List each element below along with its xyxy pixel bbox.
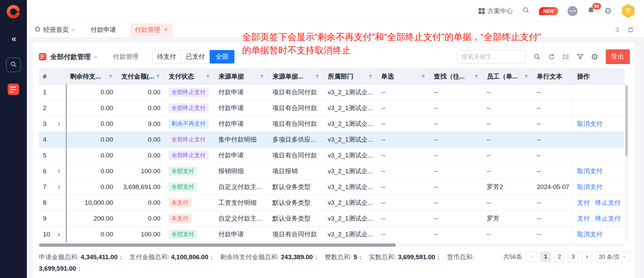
breadcrumb-home[interactable]: 经营首页 xyxy=(34,26,75,34)
view-title-dropdown[interactable]: 全部付款管理 xyxy=(50,52,98,61)
column-header: # xyxy=(39,69,66,85)
employee-cell: -- xyxy=(483,164,533,179)
new-badge[interactable]: NEW xyxy=(539,7,558,15)
notifications-button[interactable]: 93 xyxy=(587,6,595,16)
status-tab-已支付[interactable]: 已支付 xyxy=(181,50,210,63)
refresh-icon[interactable] xyxy=(627,27,634,33)
column-header[interactable]: 员工（单... xyxy=(483,69,533,85)
search-icon[interactable] xyxy=(533,53,541,60)
table-row[interactable]: 60.00100.00全部支付报销明细项目报销v3_2_1测试企...-----… xyxy=(39,164,624,179)
source-doc-cell: 集中付款明细 xyxy=(214,132,268,148)
prev-page-button[interactable] xyxy=(527,251,537,262)
module-label[interactable]: 付款管理 xyxy=(113,52,139,61)
table-row[interactable]: 40.000.00全部终止支付集中付款明细多项目多供应...v3_2_1测试企.… xyxy=(39,132,624,148)
filter-icon[interactable] xyxy=(577,53,584,60)
department-cell: v3_2_1测试企... xyxy=(324,179,377,195)
column-header[interactable]: 来源单据 xyxy=(214,69,268,85)
filter-funnel-icon xyxy=(156,74,160,79)
expand-row-button[interactable] xyxy=(57,169,61,174)
expand-row-button[interactable] xyxy=(57,232,61,237)
action-link-终止支付[interactable]: 终止支付 xyxy=(595,199,621,206)
sidebar: « xyxy=(0,0,27,278)
table-row[interactable]: 20.000.00全部终止支付付款申请项目有合同付款v3_2_1测试企...--… xyxy=(39,100,624,116)
action-link-取消支付[interactable]: 取消支付 xyxy=(577,168,603,175)
employee-cell: -- xyxy=(483,227,533,242)
expand-row-button[interactable] xyxy=(57,185,61,189)
action-link-支付[interactable]: 支付 xyxy=(577,199,590,206)
filter-funnel-icon xyxy=(524,74,529,79)
expand-row-button[interactable] xyxy=(57,122,61,126)
table-row[interactable]: 50.000.00全部终止支付付款申请项目有合同付款v3_2_1测试企...--… xyxy=(39,148,624,164)
avatar[interactable]: 芳 xyxy=(621,4,635,18)
action-link-取消支付[interactable]: 取消支付 xyxy=(577,231,603,238)
tab-payment-management: 付款管理 ✕ xyxy=(130,23,173,37)
global-search-button[interactable] xyxy=(522,6,530,15)
page-button-1[interactable]: 1 xyxy=(540,251,551,262)
sidebar-item-payment-app[interactable] xyxy=(8,84,19,95)
paid-amount-cell: 0.00 xyxy=(117,211,164,227)
action-link-支付[interactable]: 支付 xyxy=(577,215,590,222)
action-link-终止支付[interactable]: 终止支付 xyxy=(595,215,621,222)
solution-center-button[interactable]: 方案中心 xyxy=(479,7,513,15)
remaining-amount-cell: 0.00 xyxy=(66,100,117,116)
page-button-2[interactable]: 2 xyxy=(554,251,565,262)
column-header[interactable]: 支付状态 xyxy=(164,69,214,85)
next-page-button[interactable] xyxy=(582,251,592,262)
department-cell: v3_2_1测试企... xyxy=(324,164,377,179)
text-cell: -- xyxy=(533,148,573,164)
status-tab-待支付[interactable]: 待支付 xyxy=(152,50,181,63)
employee-cell: -- xyxy=(483,195,533,211)
remaining-amount-cell: 10,000.00 xyxy=(66,195,117,211)
employee-cell: 罗芳 xyxy=(483,211,533,227)
status-cell: 全部终止支付 xyxy=(164,85,214,100)
refresh-icon[interactable] xyxy=(548,53,555,60)
export-button[interactable]: 导出 xyxy=(606,49,630,64)
sidebar-search-button[interactable] xyxy=(6,57,21,72)
table-row[interactable]: 9200.000.00未支付自定义付款主...默认业务类型v3_2_1测试企..… xyxy=(39,211,624,227)
search-input[interactable] xyxy=(457,50,526,63)
column-header[interactable]: 单选 xyxy=(377,69,430,85)
tab-counter: 3 xyxy=(615,26,619,34)
column-header: 单行文本 xyxy=(533,69,573,85)
page-size-select[interactable]: 20 条/页 xyxy=(595,251,630,262)
table-row[interactable]: 70.003,698,691.00全部支付自定义付款主...默认业务类型v3_2… xyxy=(39,179,624,195)
lookup-cell: -- xyxy=(430,195,483,211)
row-number-cell: 8 xyxy=(39,195,66,211)
action-link-取消支付[interactable]: 取消支付 xyxy=(577,183,603,190)
source-type-cell: 项目有合同付款 xyxy=(268,116,324,132)
column-header[interactable]: 所属部门 xyxy=(324,69,377,85)
paid-amount-cell: 9.00 xyxy=(117,116,164,132)
message-icon[interactable] xyxy=(568,6,578,16)
close-icon[interactable]: ✕ xyxy=(164,27,168,33)
column-header[interactable]: 来源单据... xyxy=(268,69,324,85)
vertical-scrollbar-thumb[interactable] xyxy=(625,85,628,156)
summary-item: 实数总和: 3,699,591.00； xyxy=(369,253,442,261)
horizontal-scrollbar-thumb[interactable] xyxy=(39,243,396,247)
row-height-icon[interactable] xyxy=(562,53,570,60)
table-row[interactable]: 810,000.000.00未支付工资支付明细默认业务类型v3_2_1测试企..… xyxy=(39,195,624,211)
page-button-3[interactable]: 3 xyxy=(568,251,579,262)
text-cell: -- xyxy=(533,195,573,211)
source-type-cell: 项目有合同付款 xyxy=(268,100,324,116)
nav-tabbar: 经营首页 付款申请 付款管理 ✕ 3 xyxy=(27,22,644,38)
table-row[interactable]: 30.009.00剩余不再支付付款申请项目有合同付款v3_2_1测试企...--… xyxy=(39,116,624,132)
column-header[interactable]: 剩余待支... xyxy=(66,69,117,85)
gear-icon[interactable]: ⚙ xyxy=(604,7,612,15)
tab-payment-management-label[interactable]: 付款管理 xyxy=(135,26,160,34)
actions-cell xyxy=(573,132,624,148)
single-select-cell: -- xyxy=(377,211,430,227)
column-header[interactable]: 支付金额(... xyxy=(117,69,164,85)
status-tab-全部[interactable]: 全部 xyxy=(210,50,234,63)
tab-payment-request[interactable]: 付款申请 xyxy=(91,26,116,34)
column-settings-gear-icon[interactable]: ⚙ xyxy=(591,53,598,61)
column-header[interactable]: 查找（往... xyxy=(430,69,483,85)
table-row[interactable]: 100.00100.00全部支付付款申请项目有合同付款v3_2_1测试企...-… xyxy=(39,227,624,242)
table-row[interactable]: 10.000.00全部终止支付付款申请项目有合同付款v3_2_1测试企...--… xyxy=(39,85,624,100)
frozen-column-divider[interactable] xyxy=(66,84,67,242)
sidebar-collapse-icon[interactable]: « xyxy=(11,34,15,44)
action-link-取消支付[interactable]: 取消支付 xyxy=(577,120,603,127)
actions-cell: 支付终止支付 xyxy=(573,195,624,211)
search-icon xyxy=(10,61,17,69)
single-select-cell: -- xyxy=(377,148,430,164)
home-icon xyxy=(34,26,41,34)
